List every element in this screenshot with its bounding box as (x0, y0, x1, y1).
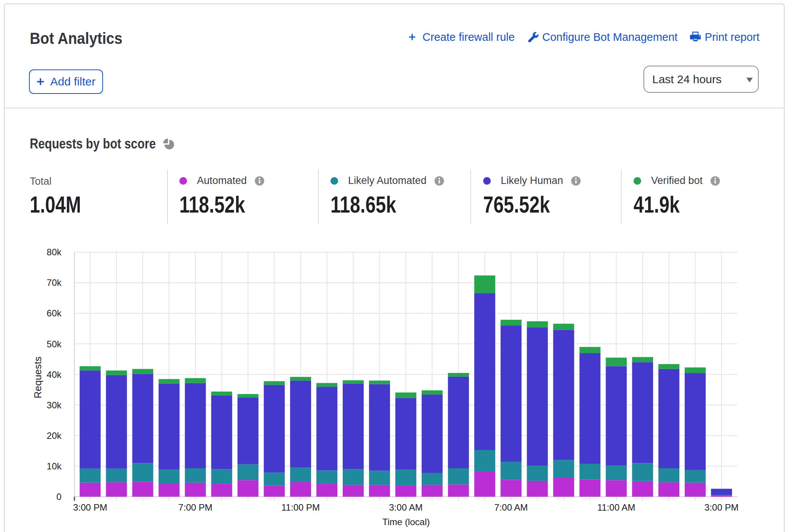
svg-text:3:00 AM: 3:00 AM (389, 502, 422, 513)
svg-text:7:00 PM: 7:00 PM (178, 502, 212, 513)
svg-text:70k: 70k (47, 277, 62, 288)
svg-text:Time (local): Time (local) (382, 517, 430, 527)
svg-text:3:00 PM: 3:00 PM (705, 502, 738, 513)
svg-text:30k: 30k (47, 400, 62, 410)
svg-text:11:00 AM: 11:00 AM (597, 502, 635, 513)
svg-text:7:00 AM: 7:00 AM (494, 502, 528, 513)
svg-text:10k: 10k (47, 461, 62, 471)
svg-text:Requests: Requests (32, 356, 44, 398)
svg-text:60k: 60k (47, 308, 62, 318)
svg-text:20k: 20k (47, 430, 62, 441)
svg-text:50k: 50k (47, 339, 62, 349)
svg-text:0: 0 (56, 492, 61, 502)
svg-text:3:00 PM: 3:00 PM (73, 502, 107, 513)
svg-text:80k: 80k (47, 247, 62, 257)
svg-text:40k: 40k (47, 369, 62, 380)
svg-text:11:00 PM: 11:00 PM (281, 502, 320, 513)
